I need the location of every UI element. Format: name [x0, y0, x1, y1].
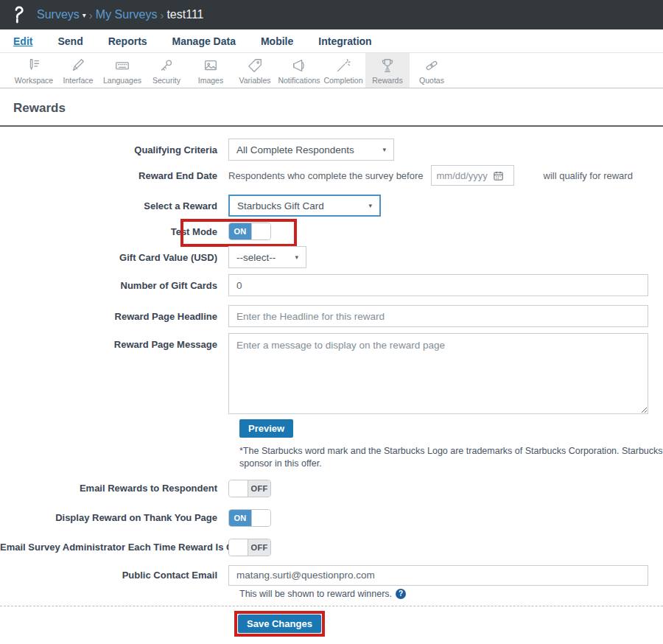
display-reward-toggle[interactable]: ON [228, 509, 271, 527]
tab-manage-data[interactable]: Manage Data [172, 35, 236, 47]
toolbar-item-notifications[interactable]: Notifications [277, 53, 321, 88]
languages-icon [114, 56, 130, 75]
caret-down-icon: ▾ [295, 253, 298, 261]
form-row-reward-page-message: Reward Page Message [0, 333, 663, 414]
toolbar-item-variables[interactable]: Variables [233, 53, 277, 88]
email-admin-toggle[interactable]: OFF [228, 539, 271, 556]
select-reward-value: Starbucks Gift Card [237, 200, 324, 211]
test-mode-toggle-state: ON [229, 223, 251, 239]
gift-card-value-label: Gift Card Value (USD) [0, 252, 228, 263]
public-contact-email-input[interactable] [228, 565, 648, 586]
public-contact-email-label: Public Contact Email [0, 570, 228, 581]
breadcrumb-surveys[interactable]: Surveys [37, 8, 80, 21]
form-row-select-reward: Select a Reward Starbucks Gift Card ▾ [0, 195, 663, 217]
toolbar-item-label: Security [152, 76, 180, 85]
help-icon[interactable]: ? [396, 589, 406, 599]
toolbar-item-label: Quotas [419, 76, 444, 85]
completion-icon [335, 56, 351, 75]
toolbar-item-languages[interactable]: Languages [100, 53, 144, 88]
number-of-gift-cards-label: Number of Gift Cards [0, 280, 228, 291]
form-row-reward-page-headline: Reward Page Headline [0, 305, 663, 327]
toolbar-item-label: Languages [103, 76, 141, 85]
caret-down-icon: ▾ [368, 202, 372, 209]
gift-card-value-value: --select-- [236, 252, 276, 263]
tab-integration[interactable]: Integration [318, 35, 371, 47]
security-icon [158, 56, 175, 75]
test-mode-toggle[interactable]: ON [228, 223, 271, 240]
reward-end-date-input[interactable] [437, 170, 490, 181]
toolbar-item-rewards[interactable]: Rewards [365, 53, 410, 88]
breadcrumb-my-surveys[interactable]: My Surveys [96, 8, 158, 21]
variables-icon [247, 56, 263, 75]
toolbar-item-interface[interactable]: Interface [56, 53, 100, 88]
gift-card-value-select[interactable]: --select-- ▾ [228, 246, 306, 268]
rewards-form: Qualifying Criteria All Complete Respond… [0, 127, 663, 637]
email-admin-toggle-state: OFF [248, 539, 270, 556]
reward-end-date-field [431, 165, 514, 186]
form-row-test-mode: Test Mode ON [0, 223, 663, 240]
toggle-knob [229, 480, 248, 497]
toolbar-item-label: Variables [239, 76, 271, 85]
breadcrumb-separator-icon: › [86, 9, 96, 21]
public-contact-email-helper: This will be shown to reward winners. ? [239, 589, 663, 599]
notifications-icon [291, 56, 307, 75]
toggle-knob [251, 223, 270, 239]
toolbar-item-quotas[interactable]: Quotas [410, 53, 454, 88]
test-mode-label: Test Mode [0, 226, 228, 237]
toolbar-item-label: Images [198, 76, 223, 85]
save-changes-button[interactable]: Save Changes [238, 615, 321, 633]
email-admin-label: Email Survey Administrator Each Time Rew… [0, 542, 228, 553]
toolbar-item-images[interactable]: Images [189, 53, 233, 88]
tab-edit[interactable]: Edit [13, 35, 32, 47]
select-reward-select[interactable]: Starbucks Gift Card ▾ [228, 195, 381, 217]
display-reward-label: Display Reward on Thank You Page [0, 512, 228, 523]
toggle-knob [251, 510, 270, 526]
toolbar-item-label: Rewards [372, 76, 402, 85]
form-row-public-contact-email: Public Contact Email [0, 565, 663, 586]
toolbar-item-completion[interactable]: Completion [321, 53, 365, 88]
reward-page-headline-label: Reward Page Headline [0, 311, 228, 322]
toolbar-item-label: Completion [323, 76, 362, 85]
helper-text: This will be shown to reward winners. [239, 589, 392, 599]
reward-end-date-prefix-text: Respondents who complete the survey befo… [228, 170, 424, 181]
qualifying-criteria-select[interactable]: All Complete Respondents ▾ [228, 139, 394, 161]
edit-toolbar: Workspace Interface Languages Security I… [0, 53, 663, 88]
breadcrumb-survey-name: test111 [166, 8, 203, 21]
reward-end-date-label: Reward End Date [0, 170, 228, 181]
toggle-knob [229, 539, 248, 556]
reward-end-date-suffix-text: will qualify for reward [544, 170, 633, 181]
number-of-gift-cards-input[interactable] [228, 274, 648, 296]
starbucks-disclaimer-text: *The Starbucks word mark and the Starbuc… [239, 445, 663, 470]
interface-icon [70, 56, 86, 75]
form-row-qualifying-criteria: Qualifying Criteria All Complete Respond… [0, 139, 663, 161]
form-row-number-of-gift-cards: Number of Gift Cards [0, 274, 663, 296]
top-bar: Surveys ▾ › My Surveys › test111 [0, 0, 663, 29]
email-rewards-toggle-state: OFF [248, 480, 270, 497]
rewards-icon [379, 56, 396, 75]
tab-reports[interactable]: Reports [108, 35, 147, 47]
reward-page-message-label: Reward Page Message [0, 333, 228, 350]
qualifying-criteria-value: All Complete Respondents [236, 144, 354, 155]
tab-send[interactable]: Send [57, 35, 83, 47]
toolbar-item-workspace[interactable]: Workspace [12, 53, 56, 88]
toolbar-item-label: Interface [63, 76, 94, 85]
email-rewards-label: Email Rewards to Respondent [0, 483, 228, 494]
toolbar-item-label: Notifications [278, 76, 320, 85]
questionpro-logo[interactable] [10, 5, 29, 24]
quotas-icon [424, 56, 440, 75]
select-reward-label: Select a Reward [0, 200, 228, 211]
form-row-display-reward: Display Reward on Thank You Page ON [0, 509, 663, 527]
toolbar-item-label: Workspace [15, 76, 53, 85]
reward-page-message-textarea[interactable] [228, 333, 648, 414]
images-icon [203, 56, 219, 75]
toolbar-item-security[interactable]: Security [144, 53, 189, 88]
page-title: Rewards [13, 101, 663, 116]
preview-button[interactable]: Preview [239, 419, 293, 438]
form-row-email-rewards: Email Rewards to Respondent OFF [0, 480, 663, 497]
tab-mobile[interactable]: Mobile [261, 35, 293, 47]
email-rewards-toggle[interactable]: OFF [228, 480, 271, 497]
calendar-icon[interactable] [493, 170, 504, 181]
save-row: Save Changes [234, 611, 663, 637]
qualifying-criteria-label: Qualifying Criteria [0, 144, 228, 155]
reward-page-headline-input[interactable] [228, 305, 648, 327]
